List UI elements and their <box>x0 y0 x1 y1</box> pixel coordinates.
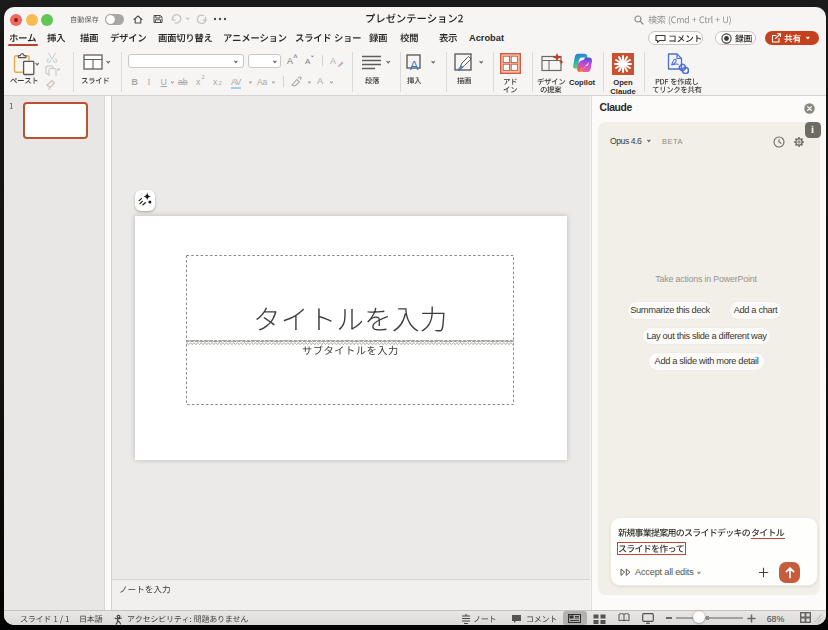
svg-text:A: A <box>410 58 419 72</box>
